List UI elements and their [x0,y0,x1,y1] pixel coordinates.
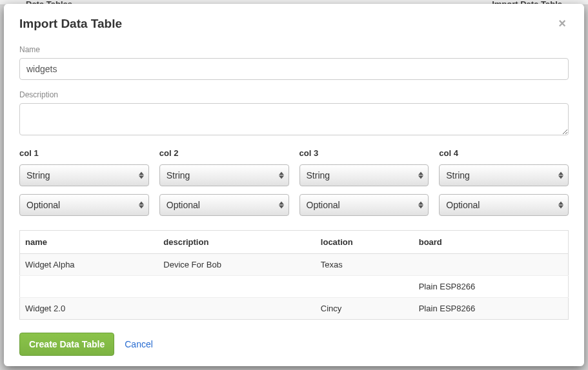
column-label: col 1 [19,148,149,158]
table-cell [20,276,159,298]
column-label: col 4 [439,148,569,158]
table-cell [158,276,316,298]
table-cell: Cincy [316,298,414,320]
cancel-link[interactable]: Cancel [125,339,153,349]
column-type-select[interactable]: String [299,164,429,186]
column-constraint-select[interactable]: Optional [299,194,429,216]
column-label: col 2 [159,148,289,158]
preview-table: name description location board Widget A… [19,230,569,320]
table-cell [316,276,414,298]
import-data-table-modal: Import Data Table × Name Description col… [4,4,584,366]
column-constraint-select[interactable]: Optional [439,194,569,216]
modal-title: Import Data Table [19,17,122,31]
column-config-2: col 2 String Optional [159,148,289,224]
column-type-select[interactable]: String [439,164,569,186]
column-constraint-select[interactable]: Optional [19,194,149,216]
close-icon[interactable]: × [556,17,569,30]
column-config-4: col 4 String Optional [439,148,569,224]
column-type-select[interactable]: String [19,164,149,186]
column-config-1: col 1 String Optional [19,148,149,224]
table-header: description [158,231,316,254]
table-cell [158,298,316,320]
table-row: Widget Alpha Device For Bob Texas [20,254,569,276]
table-cell: Device For Bob [158,254,316,276]
table-row: Widget 2.0 Cincy Plain ESP8266 [20,298,569,320]
table-cell [414,254,569,276]
description-label: Description [19,90,569,99]
table-header: name [20,231,159,254]
table-header: board [414,231,569,254]
table-cell: Widget 2.0 [20,298,159,320]
name-label: Name [19,45,569,54]
table-row: Plain ESP8266 [20,276,569,298]
table-cell: Widget Alpha [20,254,159,276]
table-cell: Texas [316,254,414,276]
create-data-table-button[interactable]: Create Data Table [19,333,114,356]
description-textarea[interactable] [19,103,569,135]
table-cell: Plain ESP8266 [414,276,569,298]
table-cell: Plain ESP8266 [414,298,569,320]
column-label: col 3 [299,148,429,158]
column-constraint-select[interactable]: Optional [159,194,289,216]
columns-config: col 1 String Optional col 2 String Optio… [19,148,569,224]
name-input[interactable] [19,58,569,80]
table-header: location [316,231,414,254]
column-config-3: col 3 String Optional [299,148,429,224]
column-type-select[interactable]: String [159,164,289,186]
